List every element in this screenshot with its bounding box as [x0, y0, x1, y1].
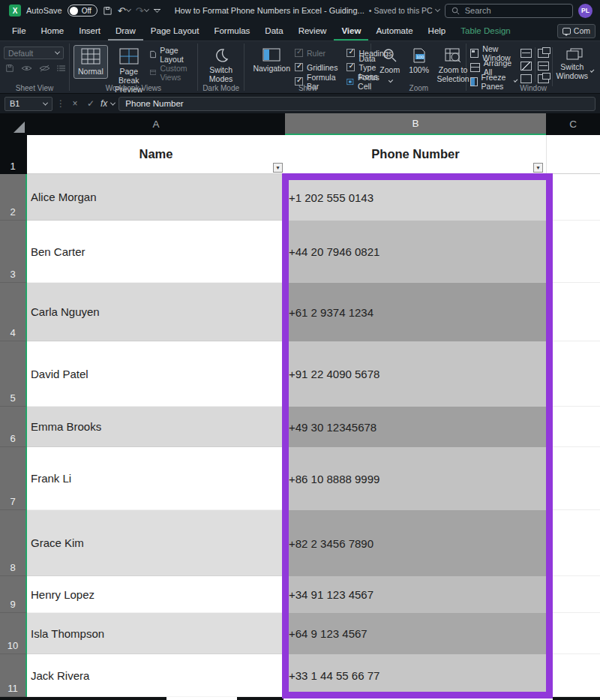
save-status[interactable]: • Saved to this PC — [369, 6, 440, 15]
cell-C5[interactable] — [546, 341, 600, 407]
row-header-4[interactable]: 4 — [0, 283, 27, 341]
cell-B5-phone[interactable]: +91 22 4090 5678 — [285, 341, 546, 407]
keep-sheet-view-icon[interactable] — [5, 64, 14, 73]
cell-B4-phone[interactable]: +61 2 9374 1234 — [285, 283, 546, 341]
tab-view[interactable]: View — [334, 21, 368, 41]
cell-A7-name[interactable]: Frank Li — [27, 447, 285, 510]
tab-help[interactable]: Help — [421, 21, 454, 41]
save-icon[interactable] — [103, 6, 112, 16]
unhide-icon[interactable] — [520, 74, 532, 83]
switch-modes-button[interactable]: Switch Modes — [202, 45, 241, 86]
cell-A10-name[interactable]: Isla Thompson — [27, 613, 285, 654]
redo-button[interactable]: ↷ — [136, 6, 148, 16]
cell-A8-name[interactable]: Grace Kim — [27, 510, 285, 576]
exit-sheet-view-icon[interactable] — [21, 65, 32, 72]
cell-C9[interactable] — [546, 576, 600, 613]
checkbox-gridlines[interactable]: Gridlines — [295, 61, 338, 74]
row-header-6[interactable]: 6 — [0, 407, 27, 447]
cancel-icon[interactable]: × — [69, 98, 81, 109]
row-header-8[interactable]: 8 — [0, 510, 27, 576]
cell-B3-phone[interactable]: +44 20 7946 0821 — [285, 221, 546, 283]
synchronous-scrolling-icon[interactable] — [538, 62, 549, 71]
undo-button[interactable]: ↶ — [118, 6, 130, 16]
row-header-3[interactable]: 3 — [0, 221, 27, 283]
navigation-button[interactable]: Navigation — [248, 45, 295, 76]
search-input[interactable]: Search — [445, 4, 573, 18]
row-header-7[interactable]: 7 — [0, 447, 27, 510]
cell-C3[interactable] — [546, 221, 600, 283]
column-header-A[interactable]: A — [27, 113, 285, 135]
cell-B6-phone[interactable]: +49 30 12345678 — [285, 407, 546, 447]
cell-A1-name-header[interactable]: Name ▾ — [27, 135, 285, 174]
switch-windows-button[interactable]: Switch Windows — [553, 45, 596, 83]
avatar[interactable]: PL — [578, 4, 592, 18]
page-layout-button[interactable]: Page Layout — [150, 48, 194, 61]
tab-automate[interactable]: Automate — [368, 21, 420, 41]
filter-dropdown-icon[interactable]: ▾ — [273, 163, 283, 173]
cell-A6-name[interactable]: Emma Brooks — [27, 407, 285, 447]
tab-formulas[interactable]: Formulas — [206, 21, 257, 41]
tab-page-layout[interactable]: Page Layout — [143, 21, 207, 41]
column-header-B[interactable]: B — [285, 113, 546, 135]
autosave-toggle[interactable]: Off — [68, 5, 98, 17]
cell-C2[interactable] — [546, 174, 600, 221]
cell-B1-phone-header[interactable]: Phone Number ▾ — [285, 135, 546, 174]
cell-A9-name[interactable]: Henry Lopez — [27, 576, 285, 613]
tab-table-design[interactable]: Table Design — [453, 21, 518, 41]
cell-C8[interactable] — [546, 510, 600, 576]
cell-C10[interactable] — [546, 613, 600, 654]
insert-function-icon[interactable]: fx — [100, 98, 107, 109]
cell-A2-name[interactable]: Alice Morgan — [27, 174, 285, 221]
cell-A5-name[interactable]: David Patel — [27, 341, 285, 407]
customize-toolbar-button[interactable] — [154, 9, 160, 12]
tab-data[interactable]: Data — [257, 21, 290, 41]
cell-C1[interactable] — [546, 135, 600, 174]
cell-A3-name[interactable]: Ben Carter — [27, 221, 285, 283]
sheet-view-dropdown[interactable]: Default — [4, 47, 64, 59]
zoom-100-button[interactable]: 100 100% — [404, 45, 434, 77]
cell-A4-name[interactable]: Carla Nguyen — [27, 283, 285, 341]
normal-view-button[interactable]: Normal — [74, 45, 108, 79]
cell-B11-phone[interactable]: +33 1 44 55 66 77 — [285, 654, 546, 697]
cell-B10-phone[interactable]: +64 9 123 4567 — [285, 613, 546, 654]
tab-review[interactable]: Review — [291, 21, 334, 41]
row-header-5[interactable]: 5 — [0, 341, 27, 407]
custom-views-button[interactable]: Custom Views — [150, 66, 194, 79]
cell-A11-name[interactable]: Jack Rivera — [27, 654, 285, 697]
view-side-by-side-icon[interactable] — [538, 49, 549, 58]
cell-B9-phone[interactable]: +34 91 123 4567 — [285, 576, 546, 613]
enter-icon[interactable]: ✓ — [85, 98, 97, 109]
split-icon[interactable] — [520, 49, 532, 58]
cell-B7-phone[interactable]: +86 10 8888 9999 — [285, 447, 546, 510]
checkbox-ruler[interactable]: Ruler — [295, 47, 338, 59]
cell-C4[interactable] — [546, 283, 600, 341]
cell-B2-phone[interactable]: +1 202 555 0143 — [285, 174, 546, 221]
cell-C7[interactable] — [546, 447, 600, 510]
formula-input[interactable]: Phone Number — [118, 97, 596, 111]
cell-C11[interactable] — [546, 654, 600, 697]
column-header-C[interactable]: C — [546, 113, 600, 135]
row-header-2[interactable]: 2 — [0, 174, 27, 221]
arrange-all-button[interactable]: Arrange All — [470, 61, 517, 74]
cell-C6[interactable] — [546, 407, 600, 447]
tab-insert[interactable]: Insert — [71, 21, 108, 41]
ribbon-tab-strip: FileHomeInsertDrawPage LayoutFormulasDat… — [0, 21, 600, 41]
row-header-1[interactable]: 1 — [0, 135, 27, 174]
name-box[interactable]: B1 — [4, 97, 52, 111]
select-all-corner[interactable] — [0, 113, 27, 135]
cell-B8-phone[interactable]: +82 2 3456 7890 — [285, 510, 546, 576]
comments-button[interactable]: Com — [557, 24, 596, 38]
tab-home[interactable]: Home — [34, 21, 72, 41]
row-header-10[interactable]: 10 — [0, 613, 27, 654]
zoom-button[interactable]: Zoom — [375, 45, 404, 77]
row-header-11[interactable]: 11 — [0, 654, 27, 697]
hide-icon[interactable] — [520, 62, 532, 71]
sheet-view-options-icon[interactable] — [57, 65, 66, 72]
tab-draw[interactable]: Draw — [108, 21, 143, 41]
row-header-9[interactable]: 9 — [0, 576, 27, 613]
reset-window-position-icon[interactable] — [538, 74, 549, 83]
hide-sheet-view-icon[interactable] — [39, 65, 50, 72]
tab-file[interactable]: File — [4, 21, 34, 41]
new-window-button[interactable]: New Window — [470, 47, 517, 59]
filter-dropdown-icon[interactable]: ▾ — [533, 163, 543, 173]
